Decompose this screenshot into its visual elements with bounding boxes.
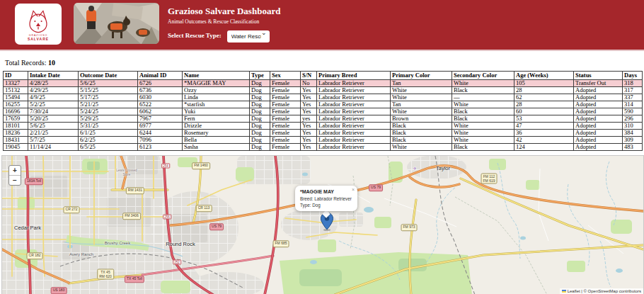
table-cell: 7/30/24 <box>28 108 79 115</box>
table-cell: Fern <box>183 115 250 122</box>
map-town-label: Round Rock <box>166 241 195 247</box>
total-records-label: Total Records: <box>5 59 46 67</box>
popup-close-icon[interactable]: × <box>352 187 355 192</box>
table-cell: 5/15/25 <box>79 86 138 94</box>
table-cell: Yes <box>301 136 317 143</box>
table-cell: Female <box>270 129 301 136</box>
table-cell: Dog <box>250 122 270 129</box>
table-cell: 42 <box>514 136 574 143</box>
popup-breed: Breed: Labrador Retriever <box>300 196 352 201</box>
col-header-name[interactable]: Name <box>183 72 250 80</box>
table-cell: Bella <box>183 136 250 143</box>
table-cell: Female <box>270 108 301 115</box>
table-row[interactable]: 151324/29/255/15/256736OzzyDogFemaleYesL… <box>4 86 643 94</box>
table-cell: Yes <box>301 129 317 136</box>
table-cell: Labrador Retriever <box>317 136 391 143</box>
col-header-primary-color[interactable]: Primary Color <box>391 72 452 80</box>
road-badge: CR 113 <box>196 205 212 212</box>
road-badge: TX 45 Toll <box>125 276 144 283</box>
table-cell: 5/21/25 <box>79 101 138 108</box>
rescue-type-select[interactable]: Water Rescue <box>227 30 270 43</box>
col-header-age-weeks-[interactable]: Age (Weeks) <box>514 72 574 80</box>
table-cell: Labrador Retriever <box>317 94 391 101</box>
table-cell: Brown <box>391 115 452 122</box>
road-badge: CR 182 <box>27 252 43 259</box>
table-cell: 18101 <box>4 122 28 129</box>
table-cell: 28 <box>514 86 574 94</box>
table-cell: 317 <box>623 86 643 94</box>
table-cell: Adopted <box>574 86 623 94</box>
map-attribution[interactable]: Leaflet | © OpenStreetMap contributors <box>560 288 643 294</box>
road-badge: FM 3406 <box>122 213 141 220</box>
map-town-label: Cedar Park <box>14 225 41 231</box>
logo-text-line2: SALVARE <box>28 37 49 41</box>
table-row[interactable]: 176595/20/255/29/257967FernDogFemaleyesL… <box>4 115 643 122</box>
table-row[interactable]: 154944/9/255/17/256030LindaDogFemaleYesL… <box>4 94 643 101</box>
table-cell: 6/5/25 <box>79 143 138 150</box>
table-cell: White <box>391 94 452 101</box>
table-cell: 4/9/25 <box>28 94 79 101</box>
table-cell: 5/2/25 <box>28 101 79 108</box>
zoom-out-button[interactable]: − <box>9 176 21 185</box>
table-cell: *starfish <box>183 101 250 108</box>
table-cell: White <box>452 129 514 136</box>
table-cell: 6726 <box>138 79 183 86</box>
exit-badge: 254 <box>161 164 170 169</box>
col-header-s-n[interactable]: S/N <box>301 72 317 80</box>
table-cell: Female <box>270 136 301 143</box>
table-cell: White <box>452 136 514 143</box>
table-cell: Adopted <box>574 108 623 115</box>
table-cell: Dog <box>250 136 270 143</box>
exit-badge: 252 <box>173 260 181 265</box>
map-container[interactable]: Cedar ParkRound RockTaylorBrushy CreekAv… <box>1 155 644 294</box>
table-cell: 2/21/25 <box>28 129 79 136</box>
table-cell: Labrador Retriever <box>317 101 391 108</box>
table-cell: 28 <box>514 101 574 108</box>
col-header-secondary-color[interactable]: Secondary Color <box>452 72 514 80</box>
road-badge: US 79 <box>369 184 383 191</box>
table-cell: Female <box>270 143 301 150</box>
table-cell: Adopted <box>574 101 623 108</box>
table-row[interactable]: 162555/2/255/21/256522*starfishDogFemale… <box>4 101 643 108</box>
col-header-id[interactable]: ID <box>4 72 28 80</box>
attribution-text[interactable]: Leaflet | © OpenStreetMap contributors <box>568 289 641 293</box>
table-cell: Labrador Retriever <box>317 115 391 122</box>
col-header-sex[interactable]: Sex <box>270 72 301 80</box>
table-cell: Dog <box>250 115 270 122</box>
col-header-status[interactable]: Status <box>574 72 623 80</box>
col-header-animal-id[interactable]: Animal ID <box>138 72 183 80</box>
table-cell: 124 <box>514 143 574 150</box>
table-cell: Adopted <box>574 115 623 122</box>
table-cell: 310 <box>623 122 643 129</box>
map-town-label: Avery Ranch <box>69 252 93 256</box>
table-row[interactable]: 133274/28/255/6/256726*MAGGIE MAYDogFema… <box>4 79 643 86</box>
road-badge: CR 272 <box>64 206 80 213</box>
table-row[interactable]: 166967/30/245/24/256062YukiDogFemaleYesL… <box>4 108 643 115</box>
table-cell: Yuki <box>183 108 250 115</box>
table-cell: Female <box>270 122 301 129</box>
col-header-primary-breed[interactable]: Primary Breed <box>317 72 391 80</box>
col-header-intake-date[interactable]: Intake Date <box>28 72 79 80</box>
table-row[interactable]: 184315/7/256/2/257096BellaDogFemaleYesLa… <box>4 136 643 143</box>
table-cell: 105 <box>514 79 574 86</box>
table-cell: Tan <box>391 101 452 108</box>
col-header-days[interactable]: Days <box>623 72 643 80</box>
airport-icon: ✈ <box>413 166 416 171</box>
table-row[interactable]: 182362/21/256/1/256244RosemaryDogFemaleY… <box>4 129 643 136</box>
table-row[interactable]: 181015/6/255/31/256977DrizzleDogFemaleYe… <box>4 122 643 129</box>
table-cell: 36 <box>514 129 574 136</box>
table-row[interactable]: 1904511/14/246/5/256123SashaDogFemaleYes… <box>4 143 643 150</box>
table-cell: 5/6/25 <box>28 122 79 129</box>
road-badge: US 79 <box>209 223 224 230</box>
col-header-type[interactable]: Type <box>250 72 270 80</box>
table-cell: Yes <box>301 108 317 115</box>
table-cell: 5/31/25 <box>79 122 138 129</box>
col-header-outcome-date[interactable]: Outcome Date <box>79 72 138 80</box>
table-cell: Transfer Out <box>574 79 623 86</box>
zoom-in-button[interactable]: + <box>9 166 21 176</box>
table-cell: Dog <box>250 129 270 136</box>
table-cell: White <box>391 108 452 115</box>
table-cell: White <box>452 101 514 108</box>
table-cell: Dog <box>250 108 270 115</box>
table-cell: Yes <box>301 86 317 94</box>
